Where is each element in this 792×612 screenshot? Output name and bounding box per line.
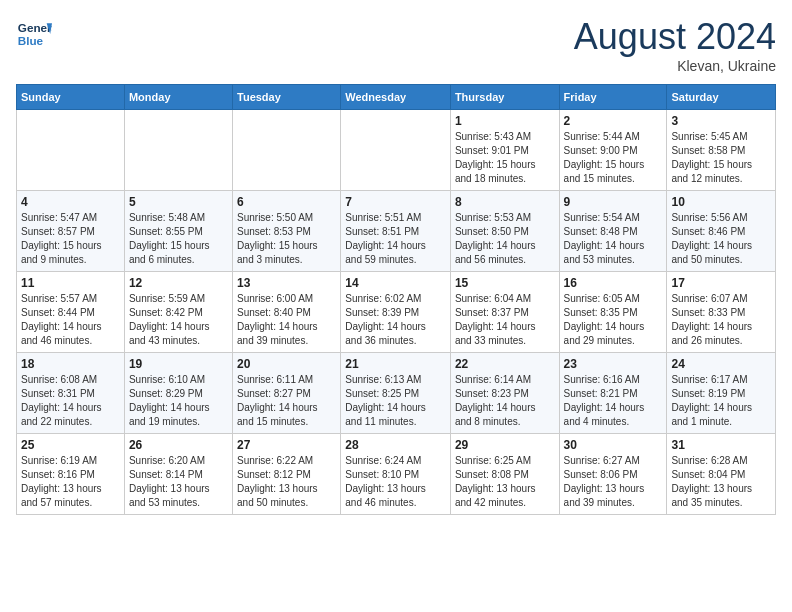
calendar-cell: 17Sunrise: 6:07 AM Sunset: 8:33 PM Dayli… (667, 272, 776, 353)
day-header-monday: Monday (124, 85, 232, 110)
day-number: 4 (21, 195, 120, 209)
day-info: Sunrise: 6:28 AM Sunset: 8:04 PM Dayligh… (671, 454, 771, 510)
day-info: Sunrise: 5:53 AM Sunset: 8:50 PM Dayligh… (455, 211, 555, 267)
calendar-cell: 26Sunrise: 6:20 AM Sunset: 8:14 PM Dayli… (124, 434, 232, 515)
day-number: 24 (671, 357, 771, 371)
day-info: Sunrise: 5:44 AM Sunset: 9:00 PM Dayligh… (564, 130, 663, 186)
calendar-cell: 2Sunrise: 5:44 AM Sunset: 9:00 PM Daylig… (559, 110, 667, 191)
day-header-friday: Friday (559, 85, 667, 110)
day-number: 10 (671, 195, 771, 209)
calendar-week-3: 11Sunrise: 5:57 AM Sunset: 8:44 PM Dayli… (17, 272, 776, 353)
day-number: 28 (345, 438, 446, 452)
day-number: 8 (455, 195, 555, 209)
day-info: Sunrise: 6:08 AM Sunset: 8:31 PM Dayligh… (21, 373, 120, 429)
svg-text:General: General (18, 21, 52, 34)
day-info: Sunrise: 5:45 AM Sunset: 8:58 PM Dayligh… (671, 130, 771, 186)
day-info: Sunrise: 6:13 AM Sunset: 8:25 PM Dayligh… (345, 373, 446, 429)
day-info: Sunrise: 5:51 AM Sunset: 8:51 PM Dayligh… (345, 211, 446, 267)
day-info: Sunrise: 6:17 AM Sunset: 8:19 PM Dayligh… (671, 373, 771, 429)
day-header-thursday: Thursday (450, 85, 559, 110)
calendar-cell: 1Sunrise: 5:43 AM Sunset: 9:01 PM Daylig… (450, 110, 559, 191)
calendar-cell (17, 110, 125, 191)
calendar-cell: 31Sunrise: 6:28 AM Sunset: 8:04 PM Dayli… (667, 434, 776, 515)
calendar-cell (233, 110, 341, 191)
day-number: 12 (129, 276, 228, 290)
calendar-cell: 28Sunrise: 6:24 AM Sunset: 8:10 PM Dayli… (341, 434, 451, 515)
calendar-week-2: 4Sunrise: 5:47 AM Sunset: 8:57 PM Daylig… (17, 191, 776, 272)
day-info: Sunrise: 5:43 AM Sunset: 9:01 PM Dayligh… (455, 130, 555, 186)
calendar-cell: 19Sunrise: 6:10 AM Sunset: 8:29 PM Dayli… (124, 353, 232, 434)
calendar-cell: 15Sunrise: 6:04 AM Sunset: 8:37 PM Dayli… (450, 272, 559, 353)
calendar-cell: 13Sunrise: 6:00 AM Sunset: 8:40 PM Dayli… (233, 272, 341, 353)
calendar-cell: 21Sunrise: 6:13 AM Sunset: 8:25 PM Dayli… (341, 353, 451, 434)
day-number: 26 (129, 438, 228, 452)
calendar-cell: 10Sunrise: 5:56 AM Sunset: 8:46 PM Dayli… (667, 191, 776, 272)
day-number: 13 (237, 276, 336, 290)
day-number: 27 (237, 438, 336, 452)
day-info: Sunrise: 5:57 AM Sunset: 8:44 PM Dayligh… (21, 292, 120, 348)
svg-text:Blue: Blue (18, 34, 44, 47)
day-info: Sunrise: 5:59 AM Sunset: 8:42 PM Dayligh… (129, 292, 228, 348)
day-info: Sunrise: 6:22 AM Sunset: 8:12 PM Dayligh… (237, 454, 336, 510)
day-number: 3 (671, 114, 771, 128)
day-info: Sunrise: 6:24 AM Sunset: 8:10 PM Dayligh… (345, 454, 446, 510)
day-info: Sunrise: 6:00 AM Sunset: 8:40 PM Dayligh… (237, 292, 336, 348)
day-number: 9 (564, 195, 663, 209)
day-number: 19 (129, 357, 228, 371)
calendar-cell: 7Sunrise: 5:51 AM Sunset: 8:51 PM Daylig… (341, 191, 451, 272)
day-number: 23 (564, 357, 663, 371)
calendar-cell: 4Sunrise: 5:47 AM Sunset: 8:57 PM Daylig… (17, 191, 125, 272)
day-header-tuesday: Tuesday (233, 85, 341, 110)
day-number: 20 (237, 357, 336, 371)
day-number: 31 (671, 438, 771, 452)
day-header-wednesday: Wednesday (341, 85, 451, 110)
calendar-cell: 11Sunrise: 5:57 AM Sunset: 8:44 PM Dayli… (17, 272, 125, 353)
page-header: General Blue August 2024 Klevan, Ukraine (16, 16, 776, 74)
day-number: 11 (21, 276, 120, 290)
day-number: 16 (564, 276, 663, 290)
day-info: Sunrise: 5:50 AM Sunset: 8:53 PM Dayligh… (237, 211, 336, 267)
calendar-cell: 27Sunrise: 6:22 AM Sunset: 8:12 PM Dayli… (233, 434, 341, 515)
day-number: 7 (345, 195, 446, 209)
month-title: August 2024 (574, 16, 776, 58)
day-number: 29 (455, 438, 555, 452)
day-number: 25 (21, 438, 120, 452)
day-info: Sunrise: 5:54 AM Sunset: 8:48 PM Dayligh… (564, 211, 663, 267)
day-number: 21 (345, 357, 446, 371)
day-number: 5 (129, 195, 228, 209)
logo-icon: General Blue (16, 16, 52, 52)
day-info: Sunrise: 6:10 AM Sunset: 8:29 PM Dayligh… (129, 373, 228, 429)
calendar-cell: 25Sunrise: 6:19 AM Sunset: 8:16 PM Dayli… (17, 434, 125, 515)
day-info: Sunrise: 6:25 AM Sunset: 8:08 PM Dayligh… (455, 454, 555, 510)
day-info: Sunrise: 6:07 AM Sunset: 8:33 PM Dayligh… (671, 292, 771, 348)
calendar-cell: 29Sunrise: 6:25 AM Sunset: 8:08 PM Dayli… (450, 434, 559, 515)
day-info: Sunrise: 5:47 AM Sunset: 8:57 PM Dayligh… (21, 211, 120, 267)
day-info: Sunrise: 6:14 AM Sunset: 8:23 PM Dayligh… (455, 373, 555, 429)
calendar-week-1: 1Sunrise: 5:43 AM Sunset: 9:01 PM Daylig… (17, 110, 776, 191)
day-info: Sunrise: 6:27 AM Sunset: 8:06 PM Dayligh… (564, 454, 663, 510)
day-info: Sunrise: 6:20 AM Sunset: 8:14 PM Dayligh… (129, 454, 228, 510)
day-info: Sunrise: 5:48 AM Sunset: 8:55 PM Dayligh… (129, 211, 228, 267)
calendar-week-4: 18Sunrise: 6:08 AM Sunset: 8:31 PM Dayli… (17, 353, 776, 434)
calendar-week-5: 25Sunrise: 6:19 AM Sunset: 8:16 PM Dayli… (17, 434, 776, 515)
calendar-cell (124, 110, 232, 191)
calendar-cell: 22Sunrise: 6:14 AM Sunset: 8:23 PM Dayli… (450, 353, 559, 434)
calendar-cell: 8Sunrise: 5:53 AM Sunset: 8:50 PM Daylig… (450, 191, 559, 272)
calendar-cell: 6Sunrise: 5:50 AM Sunset: 8:53 PM Daylig… (233, 191, 341, 272)
day-info: Sunrise: 5:56 AM Sunset: 8:46 PM Dayligh… (671, 211, 771, 267)
day-number: 18 (21, 357, 120, 371)
calendar-cell: 23Sunrise: 6:16 AM Sunset: 8:21 PM Dayli… (559, 353, 667, 434)
title-block: August 2024 Klevan, Ukraine (574, 16, 776, 74)
calendar-cell: 30Sunrise: 6:27 AM Sunset: 8:06 PM Dayli… (559, 434, 667, 515)
day-info: Sunrise: 6:05 AM Sunset: 8:35 PM Dayligh… (564, 292, 663, 348)
calendar-cell: 9Sunrise: 5:54 AM Sunset: 8:48 PM Daylig… (559, 191, 667, 272)
day-info: Sunrise: 6:19 AM Sunset: 8:16 PM Dayligh… (21, 454, 120, 510)
day-header-saturday: Saturday (667, 85, 776, 110)
location-subtitle: Klevan, Ukraine (574, 58, 776, 74)
calendar-cell: 3Sunrise: 5:45 AM Sunset: 8:58 PM Daylig… (667, 110, 776, 191)
day-number: 14 (345, 276, 446, 290)
calendar-cell: 12Sunrise: 5:59 AM Sunset: 8:42 PM Dayli… (124, 272, 232, 353)
calendar-cell: 5Sunrise: 5:48 AM Sunset: 8:55 PM Daylig… (124, 191, 232, 272)
day-info: Sunrise: 6:02 AM Sunset: 8:39 PM Dayligh… (345, 292, 446, 348)
logo: General Blue (16, 16, 52, 52)
